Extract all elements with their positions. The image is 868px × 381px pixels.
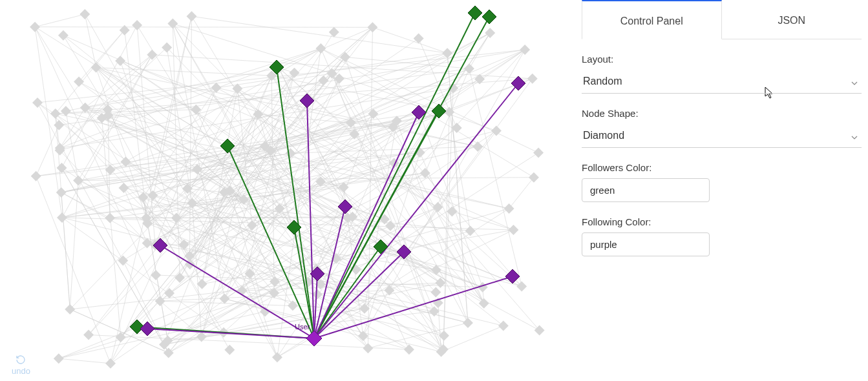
tab-json[interactable]: JSON (722, 0, 862, 39)
svg-line-362 (314, 252, 404, 338)
background-node[interactable] (464, 63, 474, 74)
background-node[interactable] (463, 318, 473, 328)
background-node[interactable] (404, 344, 414, 355)
background-node[interactable] (32, 98, 43, 108)
svg-line-37 (60, 55, 153, 148)
background-node[interactable] (508, 225, 518, 235)
svg-line-339 (372, 27, 447, 53)
svg-line-89 (79, 30, 125, 82)
svg-line-103 (279, 27, 372, 68)
background-node[interactable] (368, 108, 378, 119)
background-node[interactable] (54, 353, 64, 364)
background-node[interactable] (91, 63, 101, 73)
svg-line-190 (56, 114, 70, 309)
undo-label: undo (12, 366, 30, 376)
following-color-label: Following Color: (582, 216, 862, 227)
tab-control-panel[interactable]: Control Panel (582, 0, 722, 39)
background-node[interactable] (120, 25, 130, 36)
background-node[interactable] (442, 48, 452, 58)
svg-line-216 (271, 33, 490, 150)
background-node[interactable] (465, 226, 476, 236)
background-node[interactable] (244, 269, 255, 279)
follower-node[interactable] (482, 10, 496, 24)
background-node[interactable] (504, 203, 514, 214)
background-node[interactable] (61, 106, 71, 116)
background-node[interactable] (535, 325, 545, 336)
background-node[interactable] (363, 343, 373, 353)
background-node[interactable] (270, 276, 280, 287)
background-node[interactable] (164, 347, 174, 358)
background-node[interactable] (516, 281, 527, 291)
background-node[interactable] (288, 300, 298, 311)
following-color-input[interactable] (582, 232, 710, 256)
background-node[interactable] (56, 187, 67, 198)
background-node[interactable] (115, 56, 125, 66)
svg-line-186 (277, 309, 365, 358)
background-node[interactable] (272, 352, 282, 362)
layout-select[interactable]: Random (582, 70, 862, 94)
background-node[interactable] (58, 30, 69, 41)
background-node[interactable] (197, 279, 207, 289)
background-node[interactable] (520, 45, 530, 55)
followers-color-label: Followers Color: (582, 162, 862, 173)
followers-color-input[interactable] (582, 178, 710, 202)
background-node[interactable] (285, 148, 295, 158)
layout-label: Layout: (582, 54, 862, 65)
following-node[interactable] (140, 322, 154, 336)
svg-line-104 (187, 189, 274, 293)
svg-line-229 (35, 14, 85, 27)
svg-line-366 (147, 329, 314, 338)
background-node[interactable] (57, 212, 67, 223)
background-node[interactable] (79, 9, 90, 19)
background-node[interactable] (105, 358, 116, 369)
svg-line-0 (121, 200, 244, 337)
background-node[interactable] (358, 331, 368, 341)
center-node-label: User (295, 323, 310, 331)
undo-button[interactable]: undo (12, 355, 30, 376)
svg-line-305 (441, 326, 503, 352)
svg-line-245 (249, 79, 339, 274)
svg-line-290 (443, 88, 453, 350)
background-node[interactable] (54, 120, 64, 130)
svg-line-8 (420, 152, 484, 304)
background-node[interactable] (384, 285, 394, 295)
background-node[interactable] (224, 345, 235, 355)
svg-line-228 (60, 150, 147, 243)
background-node[interactable] (31, 171, 41, 181)
svg-line-317 (85, 53, 447, 107)
graph-pane[interactable]: User undo (0, 0, 569, 381)
background-node[interactable] (132, 20, 142, 30)
follower-node[interactable] (468, 6, 482, 20)
svg-line-52 (393, 127, 484, 304)
background-node[interactable] (120, 157, 131, 167)
background-node[interactable] (529, 172, 539, 183)
background-node[interactable] (151, 270, 161, 280)
background-node[interactable] (533, 148, 544, 158)
svg-line-331 (189, 16, 191, 256)
background-node[interactable] (329, 27, 339, 37)
background-node[interactable] (74, 77, 84, 87)
undo-icon (16, 355, 26, 365)
svg-line-31 (509, 178, 534, 209)
background-node[interactable] (485, 28, 495, 38)
network-graph[interactable]: User (0, 0, 569, 381)
svg-line-18 (36, 121, 397, 176)
svg-line-106 (59, 358, 111, 364)
background-node[interactable] (498, 321, 509, 331)
background-node[interactable] (30, 22, 40, 32)
background-node[interactable] (472, 141, 483, 152)
svg-line-203 (368, 27, 372, 348)
background-node[interactable] (527, 74, 538, 84)
svg-line-65 (35, 27, 372, 28)
svg-line-314 (96, 68, 272, 76)
tabs: Control Panel JSON (582, 0, 862, 39)
node-shape-select[interactable]: Diamond (582, 124, 862, 148)
side-panel: Control Panel JSON Layout: Random Node S… (569, 0, 868, 381)
background-node[interactable] (118, 256, 128, 266)
svg-line-364 (314, 276, 513, 338)
node-shape-label: Node Shape: (582, 108, 862, 119)
svg-line-125 (368, 323, 467, 348)
background-node[interactable] (186, 11, 196, 21)
svg-line-149 (70, 309, 169, 353)
